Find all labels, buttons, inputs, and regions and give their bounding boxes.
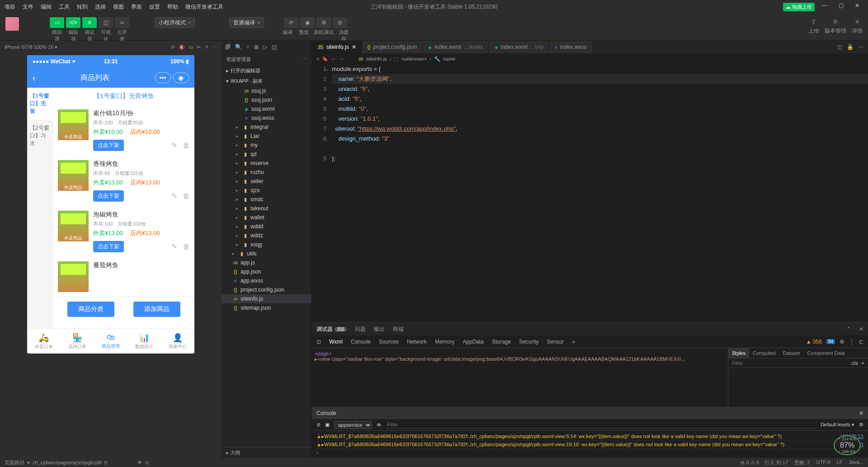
tabbar-item[interactable]: 👤商家中心 <box>161 329 194 354</box>
component-data-tab[interactable]: Component Data <box>804 348 849 358</box>
cut-icon[interactable]: ✂ <box>197 44 201 50</box>
folder-node[interactable]: ▸▮ wddz <box>222 231 311 240</box>
tab-close-icon[interactable]: ✕ <box>352 44 356 50</box>
remote-debug-button[interactable]: ⚙ <box>316 17 331 28</box>
capsule-close-icon[interactable]: ◉ <box>173 72 189 83</box>
breadcrumb-toggle-icon[interactable]: ≡ <box>316 56 319 61</box>
devtools-more-icon[interactable]: » <box>572 339 576 345</box>
compile-button[interactable]: ⟳ <box>284 17 298 28</box>
cloud-dev-button[interactable]: ∞ <box>115 17 129 28</box>
debugger-tab[interactable]: 调试器 356 <box>316 325 347 333</box>
problems-tab[interactable]: 问题 <box>355 325 366 333</box>
folder-node[interactable]: ▸▮ Liar <box>222 132 311 141</box>
wxml-pane[interactable]: <page> ▸<view class="navbar flex-row" st… <box>312 348 728 407</box>
menu-file[interactable]: 文件 <box>23 3 33 11</box>
terminal-tab[interactable]: 终端 <box>393 325 404 333</box>
appdata-tab[interactable]: AppData <box>462 339 484 345</box>
menu-help[interactable]: 帮助 <box>167 3 178 11</box>
memory-tab[interactable]: Memory <box>435 339 454 345</box>
files-icon[interactable]: 🗐 <box>225 44 231 50</box>
offshelf-button[interactable]: 点击下架 <box>93 140 124 151</box>
context-select[interactable]: appservice <box>334 421 372 429</box>
file-node[interactable]: {} project.config.json <box>222 285 311 294</box>
sensor-tab[interactable]: Sensor <box>547 339 564 345</box>
menu-view[interactable]: 视图 <box>113 3 124 11</box>
storage-tab[interactable]: Storage <box>492 339 511 345</box>
delete-icon[interactable]: 🗑 <box>183 142 190 150</box>
root-section[interactable]: ▾ WXAPP - 副本 <box>222 76 311 86</box>
tabbar-item[interactable]: 🛵外卖订单 <box>27 329 61 354</box>
explorer-more-icon[interactable]: ⋯ <box>302 56 307 63</box>
product-image[interactable]: 外卖商品 <box>58 109 89 140</box>
folder-node[interactable]: ▸▮ wallet <box>222 213 311 222</box>
console-clear-icon[interactable]: ⊘ <box>316 422 321 428</box>
phone-icon[interactable]: ▭ <box>189 44 193 50</box>
debug-icon[interactable]: ▷ <box>263 44 267 50</box>
menu-wechat-devtools[interactable]: 微信开发者工具 <box>185 3 223 11</box>
compile-mode-dropdown[interactable]: 普通编译 <box>229 17 264 28</box>
wxml-tab[interactable]: Wxml <box>329 339 343 345</box>
add-style-icon[interactable]: + <box>862 360 864 366</box>
category-button[interactable]: 商品分类 <box>67 302 114 317</box>
tabbar-item[interactable]: 📊数据统计 <box>127 329 161 354</box>
record-icon[interactable]: ⊙ <box>145 460 149 466</box>
menu-settings[interactable]: 设置 <box>149 3 160 11</box>
cls-toggle[interactable]: .cls <box>850 360 858 366</box>
console-prompt[interactable]: › <box>316 449 863 456</box>
warnings-badge[interactable]: ▲ 356 <box>806 339 822 345</box>
editor-tab[interactable]: ◈index.wxml ...\my <box>489 41 550 53</box>
add-product-button[interactable]: 添加商品 <box>133 302 180 317</box>
clear-cache-button[interactable]: ⊜ <box>333 17 347 28</box>
visibility-icon[interactable]: 👁 <box>137 460 142 465</box>
editor-tab[interactable]: JSsiteinfo.js✕ <box>312 41 362 53</box>
folder-node[interactable]: ▸▮ sjzx <box>222 186 311 195</box>
folder-node[interactable]: ▸▮ smdc <box>222 195 311 204</box>
branch-icon[interactable]: ⑂ <box>246 44 250 50</box>
debugger-button[interactable]: ≡ <box>82 17 97 28</box>
copy-path-icon[interactable]: ⎘ <box>104 460 108 465</box>
tabbar-item[interactable]: 🏪店内订单 <box>61 329 94 354</box>
back-icon[interactable]: ‹ <box>33 73 36 83</box>
tabbar-item[interactable]: 🛍商品管理 <box>94 329 127 354</box>
security-tab[interactable]: Security <box>519 339 538 345</box>
console-top-icon[interactable]: ▣ <box>325 422 330 428</box>
styles-filter-input[interactable] <box>732 360 847 366</box>
editor-tab[interactable]: {}project.config.json <box>362 41 423 53</box>
cursor-position[interactable]: 行 2, 列 17 <box>764 459 788 466</box>
tab-split-icon[interactable]: ◫ <box>837 44 842 50</box>
menu-edit[interactable]: 编辑 <box>41 3 52 11</box>
search-icon[interactable]: 🔍 <box>235 44 242 50</box>
eye-icon[interactable]: 👁 <box>377 422 382 428</box>
console-close-icon[interactable]: ✕ <box>859 410 863 416</box>
page-path[interactable]: zh_cjdianc/pages/sjzx/spgl/cplb <box>33 460 102 465</box>
drag-upload-badge[interactable]: ☁ 拖拽上传 <box>783 3 815 11</box>
folder-node[interactable]: ▸▮ xsqg <box>222 240 311 249</box>
indentation[interactable]: 空格: 2 <box>794 459 810 466</box>
folder-node[interactable]: ▸▮ reserve <box>222 159 311 168</box>
console-settings-icon[interactable]: ⚙ <box>859 422 863 428</box>
problems-status[interactable]: ⊘ 0 ⚠ 0 <box>741 460 759 466</box>
menu-project[interactable]: 项目 <box>5 3 15 11</box>
maximize-icon[interactable]: ▢ <box>835 2 847 11</box>
styles-tab[interactable]: Styles <box>728 348 749 358</box>
upload-button[interactable]: ⇧上传 <box>808 17 819 35</box>
folder-node[interactable]: ▸▮ wddd <box>222 222 311 231</box>
info-badge[interactable]: 94 <box>826 339 835 344</box>
file-node[interactable]: {} app.json <box>222 267 311 276</box>
file-node[interactable]: ≡ sssj.wxss <box>222 113 311 123</box>
delete-icon[interactable]: 🗑 <box>183 192 190 200</box>
delete-icon[interactable]: 🗑 <box>183 243 190 251</box>
visual-button[interactable]: ◫ <box>99 17 113 28</box>
ext-icon[interactable]: ⊞ <box>254 44 259 50</box>
folder-node[interactable]: ▸▮ ruzhu <box>222 168 311 177</box>
popout-icon[interactable]: ↗ <box>204 44 208 50</box>
menu-tools[interactable]: 工具 <box>59 3 70 11</box>
devtools-settings-icon[interactable]: ⚙ <box>840 339 844 345</box>
offshelf-button[interactable]: 点击下架 <box>93 190 124 202</box>
product-image[interactable]: 外卖商品 <box>58 160 89 191</box>
encoding[interactable]: UTF-8 <box>816 459 830 466</box>
version-button[interactable]: ⎘版本管理 <box>825 17 846 35</box>
details-button[interactable]: ≡详情 <box>852 17 863 35</box>
simulator-button[interactable]: ▭ <box>50 17 64 28</box>
devtools-dock-icon[interactable]: ⊏ <box>859 339 863 345</box>
